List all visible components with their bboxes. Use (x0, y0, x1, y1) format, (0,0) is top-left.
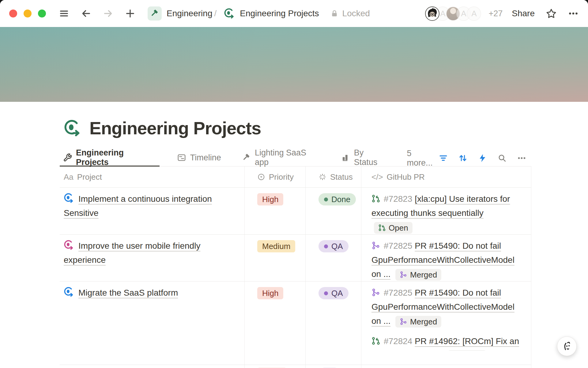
github-pr-entry: #72825 PR #15490: Do not fail GpuPerform… (371, 239, 521, 281)
collaborator-avatars[interactable]: A A A (425, 6, 481, 21)
status-pill[interactable]: QA (318, 287, 349, 299)
tab-timeline[interactable]: Timeline (174, 150, 224, 167)
pr-number: #72825 (384, 241, 412, 251)
share-button[interactable]: Share (512, 9, 535, 18)
lock-icon (330, 9, 339, 18)
project-icon (64, 193, 74, 203)
project-icon (64, 287, 74, 297)
app-window: Engineering / Engineering Projects Locke… (0, 0, 588, 368)
github-pr-entry: #72823 [xla:cpu] Use iterators for execu… (371, 192, 521, 234)
avatar (425, 6, 439, 21)
hammer-icon (150, 9, 159, 18)
table-row: Implement a continuous integration Sensi… (60, 188, 531, 235)
breadcrumb-separator: / (214, 9, 217, 18)
breadcrumb-section[interactable]: Engineering (167, 9, 212, 18)
priority-cell: High (245, 188, 306, 234)
back-arrow-icon[interactable] (81, 8, 91, 19)
page-title: Engineering Projects (89, 118, 261, 138)
project-title: Migrate the SaaS platform (78, 288, 178, 297)
priority-tag[interactable]: Medium (257, 240, 295, 252)
column-header-status[interactable]: Status (306, 167, 361, 187)
project-cell: Implement a continuous integration Sensi… (60, 188, 245, 234)
priority-tag[interactable]: High (257, 287, 283, 299)
new-page-plus-icon[interactable] (125, 8, 135, 19)
text-property-icon: Aa (64, 172, 74, 182)
minimize-window-button[interactable] (24, 10, 32, 17)
view-options-icon[interactable] (517, 153, 526, 163)
tab-lighting-saas-app[interactable]: Lighting SaaS app (239, 150, 324, 167)
project-link[interactable]: Improve the user mobile friendly experie… (64, 244, 200, 264)
status-label: QA (331, 289, 343, 298)
github-pr-cell: #72825 PR #15490: Do not fail GpuPerform… (361, 235, 531, 281)
project-cell: Migrate the SaaS platform (60, 282, 245, 365)
automation-bolt-icon[interactable] (478, 153, 487, 163)
priority-tag[interactable]: High (257, 193, 283, 205)
git-merge-icon (400, 271, 407, 278)
table-row: Improve the user mobile friendly experie… (60, 235, 531, 282)
table-header: Aa Project Priority Status </> GitHub PR (60, 167, 531, 188)
tab-engineering-projects[interactable]: Engineering Projects (60, 150, 160, 167)
breadcrumb-workspace-tile[interactable] (148, 6, 162, 21)
project-link[interactable]: Implement a continuous integration Sensi… (64, 197, 212, 217)
status-property-icon (318, 173, 326, 181)
pr-state-label: Merged (410, 268, 437, 281)
pull-request-open-icon (378, 224, 386, 232)
pull-request-open-icon (371, 336, 380, 345)
locked-indicator[interactable]: Locked (330, 9, 370, 18)
avatar-overflow-count[interactable]: +27 (488, 9, 503, 18)
github-pr-cell: #72823 [xla:cpu] Use iterators for execu… (361, 188, 531, 234)
page-header: Engineering Projects (60, 118, 531, 138)
github-pr-entry: #72825 PR #15490: Do not fail GpuPerform… (371, 286, 521, 328)
more-options-icon[interactable] (568, 8, 579, 19)
timeline-icon (177, 153, 186, 162)
view-tabs-bar: Engineering Projects Timeline Lighting S… (60, 150, 531, 167)
breadcrumb-page[interactable]: Engineering Projects (240, 9, 319, 18)
ai-assistant-button[interactable] (557, 336, 577, 356)
select-property-icon (257, 173, 265, 181)
page-icon[interactable] (64, 119, 81, 137)
status-cell: QA (306, 282, 361, 365)
tab-by-status[interactable]: By Status (338, 150, 392, 167)
top-bar: Engineering / Engineering Projects Locke… (0, 0, 588, 27)
git-merge-icon (371, 288, 380, 297)
github-pr-list: #72825 PR #15490: Do not fail GpuPerform… (371, 286, 521, 351)
project-title: Improve the user mobile friendly experie… (64, 241, 200, 265)
pr-number: #72825 (384, 288, 412, 297)
sort-icon[interactable] (458, 153, 468, 163)
status-label: QA (331, 242, 343, 251)
forward-arrow-icon[interactable] (103, 8, 113, 19)
column-header-github-pr[interactable]: </> GitHub PR (361, 167, 531, 187)
favorite-star-icon[interactable] (546, 8, 557, 19)
priority-cell (245, 365, 306, 368)
github-pr-list: #72823 [xla:cpu] Use iterators for execu… (371, 192, 521, 234)
traffic-lights (9, 10, 46, 17)
zoom-window-button[interactable] (38, 10, 46, 17)
github-pr-entry: #72824 PR #14962: [ROCm] Fix an issue wi… (371, 334, 521, 351)
pr-state-label: Merged (410, 315, 437, 329)
pr-state-badge[interactable]: Open (374, 222, 413, 234)
table-row: Migrate the SaaS platformHighQA#72825 PR… (60, 282, 531, 365)
status-dot (324, 197, 328, 201)
status-pill[interactable]: QA (318, 240, 349, 252)
pr-state-badge[interactable]: Open (448, 350, 486, 351)
pr-state-badge[interactable]: Merged (395, 316, 441, 328)
column-header-project[interactable]: Aa Project (60, 167, 245, 187)
pr-state-badge[interactable]: Merged (395, 269, 441, 281)
filter-icon[interactable] (439, 153, 448, 163)
column-header-priority[interactable]: Priority (245, 167, 306, 187)
status-dot (324, 244, 328, 248)
project-title: Implement a continuous integration Sensi… (64, 194, 212, 218)
status-pill[interactable]: Done (318, 193, 356, 205)
status-cell (306, 365, 361, 368)
pull-request-open-icon (371, 194, 380, 203)
locked-label: Locked (342, 9, 370, 18)
more-views-button[interactable]: 5 more... (407, 149, 439, 168)
status-cell: QA (306, 235, 361, 281)
project-link[interactable]: Migrate the SaaS platform (64, 291, 178, 297)
close-window-button[interactable] (9, 10, 17, 17)
project-logo-icon (224, 8, 235, 19)
menu-icon[interactable] (59, 8, 69, 19)
pr-number: #72823 (384, 194, 412, 204)
git-merge-icon (371, 241, 380, 250)
search-icon[interactable] (497, 153, 507, 163)
